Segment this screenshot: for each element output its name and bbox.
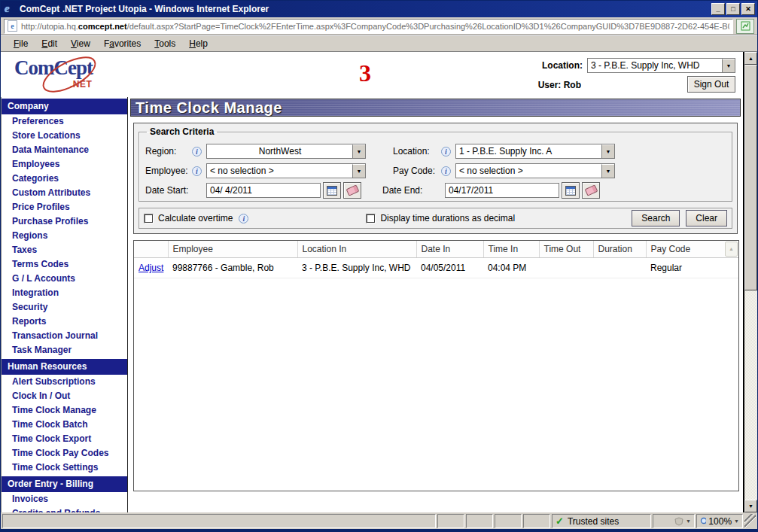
protected-mode-panel[interactable]: ▼ [653, 514, 695, 528]
clear-button[interactable]: Clear [686, 210, 727, 226]
sidebar-section-order-entry-billing[interactable]: Order Entry - Billing [2, 476, 127, 492]
menu-file[interactable]: File [7, 37, 35, 50]
chevron-down-icon[interactable]: ▼ [686, 518, 691, 524]
info-icon[interactable]: i [239, 214, 248, 223]
chevron-down-icon[interactable]: ▼ [734, 518, 739, 524]
step-marker: 3 [359, 59, 371, 87]
location-filter-value: 1 - P.B.E. Supply Inc. A [456, 144, 601, 158]
zoom-panel[interactable]: 100% ▼ [696, 514, 743, 528]
region-select[interactable]: NorthWest ▼ [206, 144, 366, 159]
zoom-level: 100% [708, 516, 732, 527]
decimal-durations-checkbox[interactable] [366, 214, 376, 223]
sidebar-item-alert-subscriptions[interactable]: Alert Subscriptions [2, 375, 127, 389]
adjust-link[interactable]: Adjust [139, 263, 163, 273]
search-button[interactable]: Search [632, 210, 680, 226]
chevron-down-icon[interactable]: ▼ [352, 164, 365, 178]
menu-favorites[interactable]: Favorites [97, 37, 148, 50]
sidebar-item-data-maintenance[interactable]: Data Maintenance [2, 143, 127, 157]
sign-out-button[interactable]: Sign Out [687, 76, 735, 93]
table-row: Adjust 99887766 - Gamble, Rob 3 - P.B.E.… [134, 258, 738, 278]
menu-view[interactable]: View [64, 37, 97, 50]
calculate-overtime-label: Calculate overtime [158, 213, 233, 223]
scroll-up-button[interactable]: ▲ [744, 52, 757, 65]
page-header: ComCept .NET 3 Location: 3 - P.B.E. Supp… [1, 52, 743, 97]
sidebar-item-time-clock-manage[interactable]: Time Clock Manage [2, 403, 127, 418]
sidebar-item-invoices[interactable]: Invoices [2, 492, 127, 506]
security-zone-label: Trusted sites [568, 516, 619, 527]
sidebar-item-time-clock-export[interactable]: Time Clock Export [2, 432, 127, 446]
menu-tools[interactable]: Tools [148, 37, 182, 50]
menu-help[interactable]: Help [182, 37, 215, 50]
col-employee: Employee [168, 241, 297, 258]
close-button[interactable]: ✕ [741, 3, 755, 15]
date-start-input[interactable]: 04/ 4/2011 [206, 183, 321, 198]
chevron-down-icon[interactable]: ▼ [601, 144, 614, 158]
sidebar-item-clock-in-out[interactable]: Clock In / Out [2, 389, 127, 403]
sidebar-item-custom-attributes[interactable]: Custom Attributes [2, 186, 127, 200]
scrollbar-thumb[interactable] [744, 65, 757, 290]
calendar-icon [327, 186, 337, 196]
info-icon[interactable]: i [441, 147, 451, 157]
sidebar-item-reports[interactable]: Reports [2, 315, 127, 329]
chevron-down-icon[interactable]: ▼ [722, 59, 735, 72]
cell-location-in: 3 - P.B.E. Supply Inc, WHD [297, 258, 416, 278]
sidebar-section-human-resources[interactable]: Human Resources [2, 359, 127, 375]
sidebar-item-security[interactable]: Security [2, 300, 127, 315]
menu-edit[interactable]: Edit [35, 37, 64, 50]
web-page: ComCept .NET 3 Location: 3 - P.B.E. Supp… [1, 52, 744, 512]
window-title: ComCept .NET Project Utopia - Windows In… [20, 4, 711, 14]
sidebar-item-credits-and-refunds[interactable]: Credits and Refunds [2, 506, 127, 512]
scroll-down-button[interactable]: ▼ [744, 500, 757, 512]
location-label: Location: [542, 60, 583, 71]
sidebar-item-taxes[interactable]: Taxes [2, 243, 127, 257]
header-location-select[interactable]: 3 - P.B.E. Supply Inc, WHD ▼ [587, 58, 735, 73]
sidebar-item-gl-accounts[interactable]: G / L Accounts [2, 272, 127, 286]
sidebar-item-store-locations[interactable]: Store Locations [2, 129, 127, 143]
table-scroll-up-button[interactable]: ▲ [725, 242, 738, 257]
page-title: Time Clock Manage [130, 99, 741, 117]
zoom-icon [700, 517, 706, 526]
sidebar-item-task-manager[interactable]: Task Manager [2, 343, 127, 357]
sidebar-item-preferences[interactable]: Preferences [2, 114, 127, 129]
sidebar-item-price-profiles[interactable]: Price Profiles [2, 200, 127, 214]
cell-time-out [539, 258, 593, 278]
sidebar-item-purchase-profiles[interactable]: Purchase Profiles [2, 214, 127, 229]
cell-duration [593, 258, 646, 278]
sidebar-section-company[interactable]: Company [2, 99, 127, 114]
logo-text: ComCept [14, 56, 93, 79]
location-filter-select[interactable]: 1 - P.B.E. Supply Inc. A ▼ [455, 144, 615, 159]
info-icon[interactable]: i [192, 166, 202, 176]
sidebar-item-terms-codes[interactable]: Terms Codes [2, 257, 127, 272]
sidebar-item-categories[interactable]: Categories [2, 172, 127, 186]
paycode-select[interactable]: < no selection > ▼ [455, 163, 615, 178]
go-button[interactable] [736, 19, 754, 34]
sidebar-item-employees[interactable]: Employees [2, 157, 127, 172]
minimize-button[interactable]: _ [711, 3, 725, 15]
sidebar-item-time-clock-settings[interactable]: Time Clock Settings [2, 461, 127, 475]
sidebar-item-transaction-journal[interactable]: Transaction Journal [2, 329, 127, 343]
vertical-scrollbar[interactable]: ▲ ▼ [744, 52, 757, 512]
eraser-icon [346, 184, 359, 196]
info-icon[interactable]: i [441, 166, 451, 176]
maximize-button[interactable]: □ [726, 3, 740, 15]
chevron-down-icon[interactable]: ▼ [352, 144, 365, 158]
resize-grip[interactable] [744, 514, 756, 528]
sidebar-nav: Company Preferences Store Locations Data… [1, 97, 127, 512]
date-end-calendar-button[interactable] [562, 182, 580, 199]
employee-select[interactable]: < no selection > ▼ [206, 163, 366, 178]
browser-viewport: ComCept .NET 3 Location: 3 - P.B.E. Supp… [1, 52, 757, 512]
sidebar-item-time-clock-batch[interactable]: Time Clock Batch [2, 418, 127, 432]
cell-date-in: 04/05/2011 [416, 258, 483, 278]
date-start-calendar-button[interactable] [323, 182, 341, 199]
date-end-clear-button[interactable] [582, 182, 600, 199]
calculate-overtime-checkbox[interactable] [144, 214, 154, 223]
date-end-input[interactable]: 04/17/2011 [445, 183, 559, 198]
eraser-icon [584, 184, 598, 196]
sidebar-item-time-clock-pay-codes[interactable]: Time Clock Pay Codes [2, 446, 127, 461]
sidebar-item-integration[interactable]: Integration [2, 286, 127, 300]
address-input[interactable]: e http://utopia.hq.comcept.net/default.a… [4, 19, 733, 34]
chevron-down-icon[interactable]: ▼ [601, 164, 614, 178]
info-icon[interactable]: i [192, 147, 202, 157]
sidebar-item-regions[interactable]: Regions [2, 229, 127, 243]
date-start-clear-button[interactable] [343, 182, 361, 199]
